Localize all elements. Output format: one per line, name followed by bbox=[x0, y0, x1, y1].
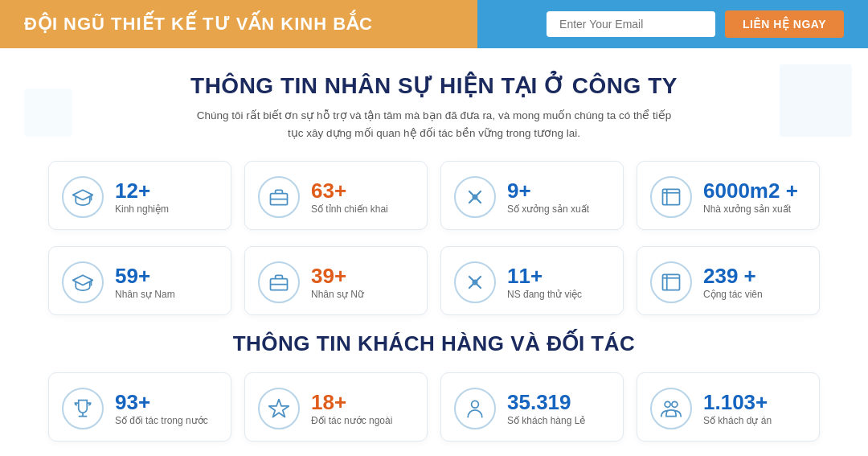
stat-info: 59+ Nhân sự Nam bbox=[115, 265, 175, 301]
trophy-icon bbox=[62, 388, 104, 429]
stat-number: 63+ bbox=[311, 179, 388, 203]
email-input[interactable] bbox=[547, 11, 715, 37]
stat-info: 39+ Nhân sự Nữ bbox=[311, 265, 364, 301]
stat-info: 1.103+ Số khách dự án bbox=[703, 391, 772, 427]
stat-number: 35.319 bbox=[507, 391, 585, 414]
stat-label: Nhân sự Nữ bbox=[311, 289, 364, 300]
stat-info: 63+ Số tỉnh chiến khai bbox=[311, 179, 388, 216]
stat-card: 12+ Kinh nghiệm bbox=[48, 161, 231, 230]
stat-label: Số khách dự án bbox=[703, 415, 772, 426]
stat-label: Cộng tác viên bbox=[703, 289, 763, 300]
header-title: ĐỘI NGŨ THIẾT KẾ TƯ VẤN KINH BẮC bbox=[24, 14, 373, 35]
book-icon bbox=[650, 261, 692, 303]
star-icon bbox=[258, 388, 300, 429]
briefcase-icon bbox=[258, 261, 300, 303]
stat-card: 239 + Cộng tác viên bbox=[637, 246, 820, 315]
briefcase-icon bbox=[258, 176, 300, 218]
person-icon bbox=[454, 388, 496, 429]
stat-label: Số khách hàng Lẻ bbox=[507, 415, 585, 426]
header-right: LIÊN HỆ NGAY bbox=[547, 10, 844, 38]
svg-point-21 bbox=[472, 401, 479, 409]
stat-label: NS đang thử việc bbox=[507, 289, 582, 300]
stat-card: 93+ Số đối tác trong nước bbox=[48, 372, 231, 442]
stat-card: 39+ Nhân sự Nữ bbox=[244, 246, 428, 315]
stat-card: 18+ Đối tác nước ngoài bbox=[244, 372, 428, 442]
stat-number: 39+ bbox=[311, 265, 364, 288]
stat-number: 1.103+ bbox=[703, 391, 772, 414]
stat-info: 9+ Số xưởng sản xuất bbox=[507, 179, 589, 216]
stat-info: 6000m2 + Nhà xưởng sản xuất bbox=[703, 179, 798, 216]
stat-label: Số đối tác trong nước bbox=[115, 415, 208, 426]
graduation-icon bbox=[62, 176, 104, 218]
svg-rect-6 bbox=[663, 190, 680, 205]
stat-label: Nhà xưởng sản xuất bbox=[703, 203, 798, 215]
book-icon bbox=[650, 176, 692, 218]
stat-number: 6000m2 + bbox=[703, 179, 798, 203]
stat-card: 6000m2 + Nhà xưởng sản xuất bbox=[637, 161, 820, 230]
stat-card: 63+ Số tỉnh chiến khai bbox=[244, 161, 428, 230]
contact-button[interactable]: LIÊN HỆ NGAY bbox=[725, 10, 844, 38]
section1-subtitle: Chúng tôi rất biết ơn sự hỗ trợ và tận t… bbox=[48, 107, 820, 142]
graduation-icon bbox=[62, 261, 104, 303]
tools-icon bbox=[454, 176, 496, 218]
main-content: THÔNG TIN NHÂN SỰ HIỆN TẠI Ở CÔNG TY Chú… bbox=[0, 48, 868, 456]
stat-card: 9+ Số xưởng sản xuất bbox=[440, 161, 624, 230]
stat-label: Đối tác nước ngoài bbox=[311, 415, 392, 426]
header-title-area: ĐỘI NGŨ THIẾT KẾ TƯ VẤN KINH BẮC bbox=[24, 14, 530, 35]
svg-point-23 bbox=[672, 401, 678, 407]
section2-title: THÔNG TIN KHÁCH HÀNG VÀ ĐỐI TÁC bbox=[48, 331, 820, 356]
stats-row1: 12+ Kinh nghiệm 63+ Số tỉnh chiến khai bbox=[48, 161, 820, 230]
stat-card: 1.103+ Số khách dự án bbox=[637, 372, 820, 442]
group-icon bbox=[650, 388, 692, 429]
stats-row2: 59+ Nhân sự Nam 39+ Nhân sự Nữ 1 bbox=[48, 246, 820, 315]
stats-row3: 93+ Số đối tác trong nước 18+ Đối tác nư… bbox=[48, 372, 820, 442]
stat-card: 59+ Nhân sự Nam bbox=[48, 246, 231, 315]
stat-label: Số tỉnh chiến khai bbox=[311, 203, 388, 215]
svg-rect-15 bbox=[663, 275, 680, 290]
stat-number: 11+ bbox=[507, 265, 582, 288]
stat-number: 239 + bbox=[703, 265, 763, 288]
svg-marker-20 bbox=[269, 400, 289, 417]
stat-info: 93+ Số đối tác trong nước bbox=[115, 391, 208, 427]
tools-icon bbox=[454, 261, 496, 303]
section1-title: THÔNG TIN NHÂN SỰ HIỆN TẠI Ở CÔNG TY bbox=[48, 72, 820, 99]
svg-point-22 bbox=[665, 401, 670, 407]
stat-label: Kinh nghiệm bbox=[115, 203, 169, 215]
stat-number: 12+ bbox=[115, 179, 169, 203]
stat-info: 239 + Cộng tác viên bbox=[703, 265, 763, 301]
stat-number: 59+ bbox=[115, 265, 175, 288]
stat-info: 12+ Kinh nghiệm bbox=[115, 179, 169, 216]
stat-info: 11+ NS đang thử việc bbox=[507, 265, 582, 301]
stat-label: Nhân sự Nam bbox=[115, 289, 175, 300]
stat-card: 11+ NS đang thử việc bbox=[440, 246, 624, 315]
stat-info: 18+ Đối tác nước ngoài bbox=[311, 391, 392, 427]
stat-info: 35.319 Số khách hàng Lẻ bbox=[507, 391, 585, 427]
stat-number: 18+ bbox=[311, 391, 392, 414]
stat-number: 93+ bbox=[115, 391, 208, 414]
stat-label: Số xưởng sản xuất bbox=[507, 203, 589, 215]
stat-card: 35.319 Số khách hàng Lẻ bbox=[440, 372, 624, 442]
header: ĐỘI NGŨ THIẾT KẾ TƯ VẤN KINH BẮC LIÊN HỆ… bbox=[0, 0, 868, 48]
stat-number: 9+ bbox=[507, 179, 589, 203]
